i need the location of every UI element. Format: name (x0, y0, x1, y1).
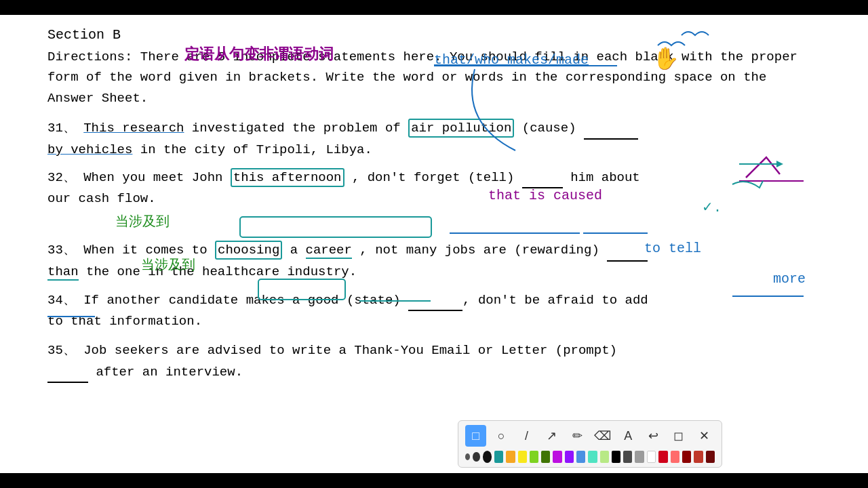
q33-career-underline: career (306, 243, 352, 259)
clear-tool-button[interactable]: ◻ (668, 425, 689, 447)
color-swatch-crimson[interactable] (694, 451, 703, 463)
q32-this-afternoon-box: this afternoon (231, 168, 344, 187)
text-tool-button[interactable]: A (617, 425, 638, 447)
q33-than-underline: than (47, 264, 79, 281)
toolbar: □ ○ / ↗ ✏ ⌫ A ↩ ◻ ✕ (458, 420, 722, 468)
color-row (465, 451, 715, 463)
q33-rest: the one in the healthcare industry. (86, 264, 357, 279)
question-31: 31、 This research investigated the probl… (47, 118, 821, 161)
q33-part3: , not many jobs are (rewarding) (359, 243, 648, 258)
q35-blank (47, 382, 88, 383)
q34-rest: to that information. (47, 314, 202, 329)
color-swatch-darkred[interactable] (682, 451, 691, 463)
q33-when: When it comes to (83, 243, 215, 258)
q31-air-pollution-box: air pollution (408, 119, 514, 138)
color-swatch-gray[interactable] (635, 451, 644, 463)
color-swatch-lightred[interactable] (671, 451, 679, 463)
q32-number: 32、 (47, 170, 76, 185)
q33-number: 33、 (47, 243, 76, 258)
question-35: 35、 Job seekers are advised to write a T… (47, 340, 821, 383)
color-swatch-yellow[interactable] (518, 451, 527, 463)
q32-part2: , don't forget (tell) him about (352, 170, 640, 185)
q34-number: 34、 (47, 293, 76, 308)
color-swatch-orange[interactable] (506, 451, 515, 463)
q31-rest: in the city of Tripoli, Libya. (140, 142, 372, 157)
color-swatch-red[interactable] (658, 451, 667, 463)
dot-size-medium[interactable] (473, 452, 479, 462)
arrow-tool-button[interactable]: ↗ (541, 425, 562, 447)
color-swatch-green[interactable] (530, 451, 538, 463)
content-area: Section B Directions: There are 5 incomp… (0, 15, 868, 473)
q32-annotation: 当涉及到 (115, 214, 170, 228)
q34-blank (408, 310, 462, 311)
q32-rest: our cash flow. (47, 191, 156, 206)
dot-size-large[interactable] (483, 451, 492, 463)
q31-by-vehicles: by vehicles (47, 142, 132, 157)
color-swatch-black[interactable] (612, 451, 620, 463)
question-33: 33、 When it comes to choosing a career ,… (47, 240, 821, 283)
pen-tool-button[interactable]: ✏ (567, 425, 588, 447)
rectangle-tool-button[interactable]: □ (465, 425, 486, 447)
color-swatch-darkgreen[interactable] (541, 451, 550, 463)
eraser-tool-button[interactable]: ⌫ (592, 425, 613, 447)
directions-text: Directions: There are 5 incomplete state… (47, 47, 821, 108)
question-34: 34、 If another candidate makes a good (s… (47, 290, 821, 333)
top-bar (0, 0, 868, 15)
color-swatch-maroon[interactable] (706, 451, 715, 463)
toolbar-tools-row: □ ○ / ↗ ✏ ⌫ A ↩ ◻ ✕ (465, 425, 715, 447)
color-swatch-violet[interactable] (565, 451, 574, 463)
q35-text: Job seekers are advised to write a Thank… (83, 343, 617, 358)
q31-part3: (cause) (522, 121, 638, 136)
color-swatch-purple[interactable] (553, 451, 561, 463)
color-swatch-darkgray[interactable] (623, 451, 632, 463)
q33-blank (607, 260, 648, 262)
q31-this-research: This research (83, 121, 184, 136)
section-label: Section B (47, 27, 821, 43)
color-swatch-blue[interactable] (576, 451, 585, 463)
bottom-bar (0, 473, 868, 488)
q31-number: 31、 (47, 121, 76, 136)
question-32: 32、 When you meet John this afternoon , … (47, 167, 821, 233)
q35-number: 35、 (47, 343, 76, 358)
close-tool-button[interactable]: ✕ (694, 425, 715, 447)
undo-tool-button[interactable]: ↩ (643, 425, 664, 447)
q34-text: If another candidate makes a good (state… (83, 293, 648, 308)
dot-size-small[interactable] (465, 453, 470, 460)
ellipse-tool-button[interactable]: ○ (490, 425, 511, 447)
q32-blank (522, 187, 563, 188)
color-swatch-lightgreen[interactable] (600, 451, 609, 463)
color-swatch-teal[interactable] (494, 451, 503, 463)
q33-choosing-box: choosing (215, 241, 282, 260)
q31-part2: investigated the problem of (192, 121, 408, 136)
color-swatch-white[interactable] (647, 451, 656, 463)
q35-rest: after an interview. (96, 365, 243, 380)
q33-part2: a (290, 243, 306, 258)
q32-when: When you meet John (83, 170, 231, 185)
line-tool-button[interactable]: / (516, 425, 537, 447)
color-swatch-cyan[interactable] (588, 451, 597, 463)
q31-blank (584, 138, 638, 140)
